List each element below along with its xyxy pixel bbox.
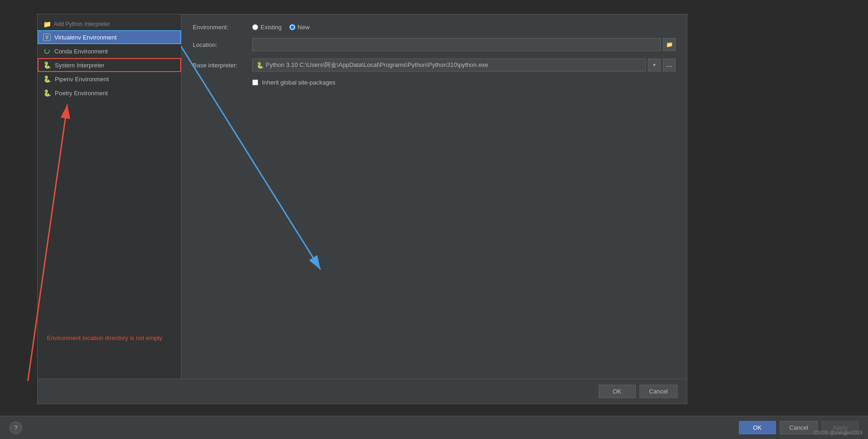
interpreter-ellipsis-button[interactable]: ...	[663, 59, 676, 72]
inherit-checkbox[interactable]	[252, 79, 258, 85]
dialog-ok-button[interactable]: OK	[599, 385, 636, 398]
location-input-group: C:\Users\阿金\PycharmProjects\pythonProjec…	[252, 38, 676, 51]
radio-new-label: New	[298, 24, 310, 31]
environment-radio-group: Existing New	[252, 24, 310, 31]
location-label: Location:	[193, 41, 248, 48]
base-interpreter-select[interactable]: 🐍 Python 3.10 C:\Users\阿金\AppData\Local\…	[252, 59, 646, 72]
radio-new-input[interactable]	[289, 24, 295, 30]
sidebar-item-poetry[interactable]: 🐍 Poetry Environment	[38, 86, 181, 100]
location-row: Location: C:\Users\阿金\PycharmProjects\py…	[193, 38, 676, 51]
folder-icon: 📁	[43, 20, 51, 28]
virtualenv-icon: V	[43, 33, 51, 41]
help-button[interactable]: ?	[9, 421, 22, 434]
base-interpreter-value: Python 3.10 C:\Users\阿金\AppData\Local\Pr…	[266, 61, 488, 69]
radio-existing[interactable]: Existing	[252, 24, 282, 31]
inherit-row: Inherit global site-packages	[252, 79, 676, 86]
dialog-footer: OK Cancel	[38, 379, 687, 404]
sidebar-item-virtualenv-label: Virtualenv Environment	[54, 34, 117, 41]
poetry-icon: 🐍	[43, 89, 51, 97]
conda-icon	[43, 47, 51, 55]
dialog: 📁 Add Python Interpreter V Virtualenv En…	[37, 14, 687, 404]
radio-new[interactable]: New	[289, 24, 310, 31]
environment-row: Environment: Existing New	[193, 24, 676, 31]
system-interpreter-icon: 🐍	[43, 61, 51, 69]
interpreter-dropdown-button[interactable]: ▼	[648, 59, 661, 72]
sidebar-item-add-python-label: Add Python Interpreter	[54, 21, 110, 27]
sidebar: 📁 Add Python Interpreter V Virtualenv En…	[38, 14, 182, 379]
base-interpreter-label: Base interpreter:	[193, 62, 248, 69]
radio-existing-input[interactable]	[252, 24, 258, 30]
svg-point-0	[45, 49, 49, 53]
sidebar-item-pipenv-label: Pipenv Environment	[55, 76, 109, 83]
main-content: Environment: Existing New Loca	[182, 14, 687, 379]
sidebar-item-conda[interactable]: Conda Environment	[38, 44, 181, 58]
sidebar-item-poetry-label: Poetry Environment	[55, 90, 108, 97]
environment-label: Environment:	[193, 24, 248, 31]
sidebar-item-pipenv[interactable]: 🐍 Pipenv Environment	[38, 72, 181, 86]
dialog-cancel-button[interactable]: Cancel	[640, 385, 678, 398]
sidebar-item-conda-label: Conda Environment	[54, 48, 108, 55]
inherit-label[interactable]: Inherit global site-packages	[262, 79, 335, 86]
sidebar-item-virtualenv[interactable]: V Virtualenv Environment	[38, 30, 181, 44]
python-icon: 🐍	[256, 62, 264, 69]
radio-existing-label: Existing	[261, 24, 282, 31]
sidebar-item-system-label: System Interpreter	[55, 62, 104, 69]
bottom-cancel-button[interactable]: Cancel	[780, 421, 818, 434]
error-message: Environment location directory is not em…	[47, 334, 163, 341]
bottom-ok-button[interactable]: OK	[739, 421, 776, 434]
base-interpreter-group: 🐍 Python 3.10 C:\Users\阿金\AppData\Local\…	[252, 59, 676, 72]
browse-icon: 📁	[666, 41, 673, 48]
location-browse-button[interactable]: 📁	[663, 38, 676, 51]
sidebar-item-add-python[interactable]: 📁 Add Python Interpreter	[38, 18, 181, 30]
watermark: CSDN @yangjin2019	[814, 430, 862, 435]
sidebar-item-system[interactable]: 🐍 System Interpreter	[38, 58, 181, 72]
bottom-bar: ? OK Cancel Apply	[0, 416, 868, 439]
base-interpreter-row: Base interpreter: 🐍 Python 3.10 C:\Users…	[193, 59, 676, 72]
pipenv-icon: 🐍	[43, 75, 51, 83]
location-input[interactable]: C:\Users\阿金\PycharmProjects\pythonProjec…	[252, 38, 661, 51]
